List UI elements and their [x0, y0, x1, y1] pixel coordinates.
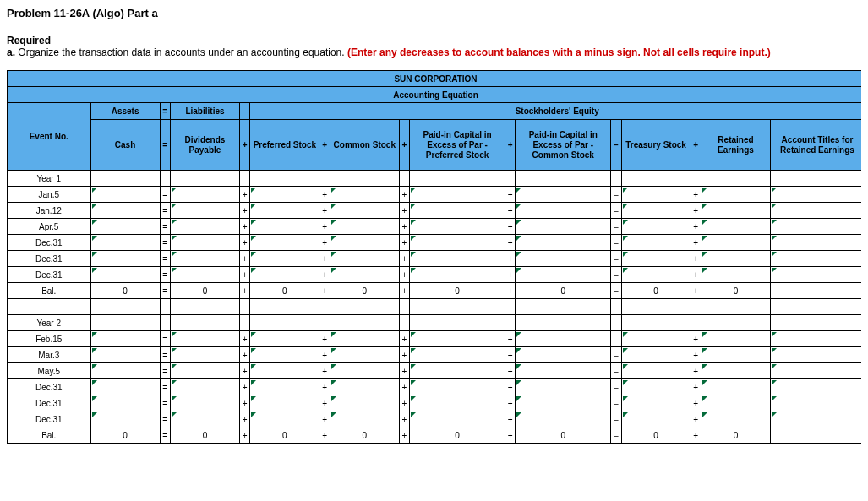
titles-input[interactable]	[771, 395, 861, 411]
amount-input[interactable]	[621, 219, 691, 235]
amount-input[interactable]	[621, 267, 691, 283]
amount-input[interactable]	[701, 411, 770, 427]
amount-input[interactable]	[701, 331, 770, 347]
amount-input[interactable]	[410, 331, 505, 347]
amount-input[interactable]	[410, 187, 505, 203]
amount-input[interactable]	[170, 187, 239, 203]
amount-input[interactable]	[621, 363, 691, 379]
amount-input[interactable]	[516, 203, 611, 219]
amount-input[interactable]	[516, 411, 611, 427]
amount-input[interactable]	[410, 395, 505, 411]
titles-input[interactable]	[771, 187, 861, 203]
amount-input[interactable]	[250, 379, 319, 395]
titles-input[interactable]	[771, 347, 861, 363]
amount-input[interactable]	[410, 267, 505, 283]
amount-input[interactable]	[516, 251, 611, 267]
amount-input[interactable]	[516, 347, 611, 363]
amount-input[interactable]	[250, 331, 319, 347]
amount-input[interactable]	[90, 267, 160, 283]
amount-input[interactable]	[170, 395, 239, 411]
amount-input[interactable]	[90, 411, 160, 427]
amount-input[interactable]	[90, 203, 160, 219]
amount-input[interactable]	[621, 235, 691, 251]
amount-input[interactable]	[410, 203, 505, 219]
amount-input[interactable]	[170, 363, 239, 379]
amount-input[interactable]	[701, 395, 770, 411]
amount-input[interactable]	[250, 347, 319, 363]
amount-input[interactable]	[170, 251, 239, 267]
amount-input[interactable]	[516, 235, 611, 251]
amount-input[interactable]	[516, 219, 611, 235]
titles-input[interactable]	[771, 267, 861, 283]
amount-input[interactable]	[330, 187, 399, 203]
amount-input[interactable]	[170, 379, 239, 395]
amount-input[interactable]	[170, 347, 239, 363]
amount-input[interactable]	[701, 219, 770, 235]
titles-input[interactable]	[771, 363, 861, 379]
amount-input[interactable]	[621, 411, 691, 427]
amount-input[interactable]	[170, 235, 239, 251]
amount-input[interactable]	[170, 203, 239, 219]
amount-input[interactable]	[701, 363, 770, 379]
amount-input[interactable]	[410, 379, 505, 395]
amount-input[interactable]	[250, 251, 319, 267]
amount-input[interactable]	[516, 187, 611, 203]
amount-input[interactable]	[621, 251, 691, 267]
amount-input[interactable]	[516, 363, 611, 379]
amount-input[interactable]	[250, 203, 319, 219]
amount-input[interactable]	[516, 267, 611, 283]
titles-input[interactable]	[771, 251, 861, 267]
amount-input[interactable]	[410, 251, 505, 267]
amount-input[interactable]	[701, 187, 770, 203]
amount-input[interactable]	[90, 363, 160, 379]
titles-input[interactable]	[771, 219, 861, 235]
amount-input[interactable]	[330, 395, 399, 411]
amount-input[interactable]	[701, 267, 770, 283]
amount-input[interactable]	[621, 187, 691, 203]
amount-input[interactable]	[701, 251, 770, 267]
amount-input[interactable]	[170, 267, 239, 283]
titles-input[interactable]	[771, 379, 861, 395]
amount-input[interactable]	[701, 347, 770, 363]
amount-input[interactable]	[330, 267, 399, 283]
amount-input[interactable]	[330, 235, 399, 251]
amount-input[interactable]	[250, 395, 319, 411]
amount-input[interactable]	[330, 363, 399, 379]
titles-input[interactable]	[771, 235, 861, 251]
amount-input[interactable]	[330, 411, 399, 427]
titles-input[interactable]	[771, 331, 861, 347]
amount-input[interactable]	[410, 363, 505, 379]
amount-input[interactable]	[330, 251, 399, 267]
titles-input[interactable]	[771, 203, 861, 219]
amount-input[interactable]	[330, 331, 399, 347]
amount-input[interactable]	[250, 235, 319, 251]
amount-input[interactable]	[90, 187, 160, 203]
amount-input[interactable]	[90, 251, 160, 267]
amount-input[interactable]	[90, 219, 160, 235]
amount-input[interactable]	[621, 203, 691, 219]
amount-input[interactable]	[250, 363, 319, 379]
amount-input[interactable]	[170, 219, 239, 235]
amount-input[interactable]	[250, 219, 319, 235]
amount-input[interactable]	[516, 395, 611, 411]
amount-input[interactable]	[250, 267, 319, 283]
amount-input[interactable]	[621, 331, 691, 347]
amount-input[interactable]	[410, 235, 505, 251]
amount-input[interactable]	[250, 187, 319, 203]
amount-input[interactable]	[410, 219, 505, 235]
amount-input[interactable]	[701, 203, 770, 219]
amount-input[interactable]	[330, 219, 399, 235]
amount-input[interactable]	[330, 347, 399, 363]
amount-input[interactable]	[701, 379, 770, 395]
titles-input[interactable]	[771, 411, 861, 427]
amount-input[interactable]	[90, 395, 160, 411]
amount-input[interactable]	[621, 347, 691, 363]
amount-input[interactable]	[330, 379, 399, 395]
amount-input[interactable]	[516, 331, 611, 347]
amount-input[interactable]	[410, 347, 505, 363]
amount-input[interactable]	[90, 379, 160, 395]
amount-input[interactable]	[701, 235, 770, 251]
amount-input[interactable]	[330, 203, 399, 219]
amount-input[interactable]	[90, 235, 160, 251]
amount-input[interactable]	[170, 331, 239, 347]
